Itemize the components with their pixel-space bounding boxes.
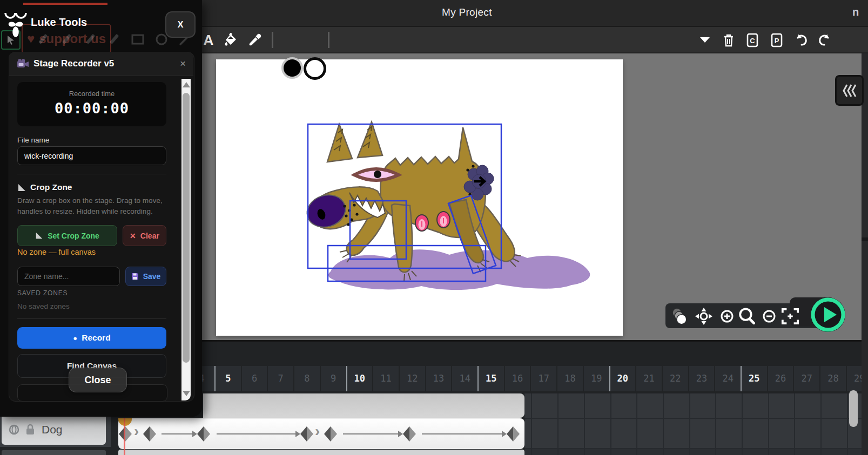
saved-zones-header: SAVED ZONES	[17, 289, 68, 297]
layer-row-dog[interactable]: Dog	[2, 414, 106, 445]
frame-number-14[interactable]: 14	[452, 366, 479, 391]
timeline-scrollbar-thumb[interactable]	[849, 390, 858, 427]
frame-grid[interactable]	[524, 393, 862, 455]
frame-number-8[interactable]: 8	[294, 366, 321, 391]
ghost-pen-icon	[83, 32, 97, 46]
grid-line	[557, 393, 559, 455]
keyframe-diamond[interactable]	[197, 426, 211, 442]
card-scrollbar[interactable]	[181, 79, 191, 400]
close-label: Close	[84, 375, 111, 386]
frame-number-16[interactable]: 16	[505, 366, 531, 391]
zoom-out-icon[interactable]	[760, 307, 778, 325]
ruler-tick	[477, 366, 479, 391]
paste-icon[interactable]: P	[768, 31, 785, 49]
keyframe-diamond[interactable]	[300, 426, 314, 442]
keyframe-diamond[interactable]	[118, 426, 132, 442]
record-dot-icon: ●	[73, 334, 77, 342]
frame-number-28[interactable]: 28	[820, 366, 847, 391]
tween-arrow	[343, 433, 402, 434]
panel-flyout-button[interactable]	[835, 75, 864, 106]
recorded-time-label: Recorded time	[17, 90, 166, 98]
ruler-tick	[346, 366, 347, 391]
layer-lock-icon[interactable]	[24, 424, 36, 436]
delete-trash-icon[interactable]	[720, 31, 737, 49]
undo-icon[interactable]	[792, 31, 810, 49]
stroke-color-swatch[interactable]	[304, 57, 326, 80]
file-name-input[interactable]	[17, 146, 166, 165]
frame-number-7[interactable]: 7	[268, 366, 294, 391]
play-button[interactable]	[810, 296, 846, 333]
fill-bucket-icon[interactable]	[223, 31, 240, 49]
grid-line	[820, 393, 822, 455]
frame-number-24[interactable]: 24	[715, 366, 742, 391]
copy-letter: C	[750, 37, 755, 45]
selected-frame-span[interactable]	[203, 393, 524, 418]
frame-number-13[interactable]: 13	[426, 366, 453, 391]
frame-number-19[interactable]: 19	[584, 366, 610, 391]
frame-number-26[interactable]: 26	[768, 366, 795, 391]
magnifier-icon[interactable]	[738, 307, 756, 325]
scroll-down-arrow[interactable]	[183, 391, 190, 396]
ghost-rectangle-icon	[131, 32, 145, 46]
playhead-line[interactable]	[124, 418, 125, 455]
grid-line	[663, 393, 664, 455]
frame-number-12[interactable]: 12	[400, 366, 426, 391]
record-button[interactable]: ● Record	[17, 327, 166, 349]
overlay-close-button[interactable]: X	[165, 11, 196, 38]
right-edge-strip	[862, 52, 868, 455]
crop-zone-status: No zone — full canvas	[17, 248, 96, 256]
zone-name-input[interactable]	[17, 267, 120, 286]
set-crop-zone-button[interactable]: Set Crop Zone	[17, 225, 117, 246]
keyframe-diamond[interactable]	[402, 426, 416, 442]
triple-chevron-left-icon	[842, 83, 858, 98]
keyframe-diamond[interactable]	[506, 426, 520, 442]
frame-number-17[interactable]: 17	[531, 366, 557, 391]
stage[interactable]	[216, 59, 623, 336]
pan-tool-icon[interactable]	[695, 307, 713, 325]
frame-number-21[interactable]: 21	[636, 366, 663, 391]
frame-number-11[interactable]: 11	[373, 366, 400, 391]
save-label: Save	[143, 272, 161, 281]
frame-number-27[interactable]: 27	[794, 366, 820, 391]
text-tool-button[interactable]: A	[200, 31, 217, 49]
zoom-in-icon[interactable]	[718, 307, 736, 325]
divider	[17, 174, 166, 174]
redo-icon[interactable]	[816, 31, 833, 49]
frame-number-6[interactable]: 6	[242, 366, 268, 391]
frame-number-29[interactable]: 29	[847, 366, 862, 391]
toolbar-divider	[328, 32, 329, 48]
file-name-label: File name	[17, 136, 49, 144]
keyframe-diamond[interactable]	[143, 426, 157, 442]
save-zone-button[interactable]: Save	[125, 267, 166, 286]
clear-crop-zone-button[interactable]: ✕ Clear	[123, 225, 166, 246]
frame-number-18[interactable]: 18	[557, 366, 584, 391]
keyframe-diamond[interactable]	[324, 426, 338, 442]
grid-bottom-strip	[524, 449, 862, 455]
tween-chevron: ›	[134, 424, 139, 439]
frame-number-9[interactable]: 9	[321, 366, 347, 391]
floppy-disk-icon	[131, 273, 139, 280]
record-label: Record	[82, 333, 110, 343]
frame-number-15[interactable]: 15	[479, 366, 505, 391]
frame-number-20[interactable]: 20	[610, 366, 637, 391]
grid-line	[768, 393, 769, 455]
card-close-icon[interactable]: ×	[180, 58, 186, 70]
fit-to-screen-icon[interactable]	[781, 307, 799, 325]
frame-number-5[interactable]: 5	[216, 366, 242, 391]
movie-camera-icon	[17, 59, 29, 69]
keyframe-track-dog[interactable]: ››	[118, 418, 524, 449]
frame-number-22[interactable]: 22	[663, 366, 689, 391]
frame-number-25[interactable]: 25	[742, 366, 768, 391]
crop-zone-heading: Crop Zone	[17, 182, 72, 192]
eyedropper-icon[interactable]	[246, 31, 264, 49]
layer-visibility-icon[interactable]	[8, 424, 20, 436]
dropdown-caret-icon[interactable]	[696, 31, 714, 49]
frame-number-10[interactable]: 10	[347, 366, 374, 391]
frame-number-23[interactable]: 23	[689, 366, 716, 391]
scrollbar-thumb[interactable]	[183, 93, 190, 363]
fill-color-swatch[interactable]	[281, 57, 303, 79]
close-panel-button[interactable]: Close	[69, 368, 127, 392]
copy-icon[interactable]: C	[744, 31, 761, 49]
scroll-up-arrow[interactable]	[183, 82, 190, 87]
onion-skin-icon[interactable]	[671, 307, 689, 325]
